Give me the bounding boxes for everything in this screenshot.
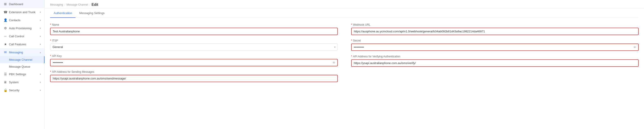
webhook-url-field: * Webhook URL: [351, 23, 639, 35]
breadcrumb-sep-2: /: [90, 3, 90, 6]
chevron-down-icon: ▾: [40, 19, 41, 21]
dashboard-icon: ⊞: [4, 2, 7, 6]
api-key-wrapper: 👁: [50, 59, 338, 66]
sidebar-item-label: Security: [9, 89, 20, 92]
secret-label: * Secret: [351, 39, 639, 42]
form-content: Authentication Messaging Settings * Name: [45, 9, 644, 129]
sidebar-item-label: Auto Provisioning: [9, 26, 32, 30]
tab-messaging-settings[interactable]: Messaging Settings: [76, 9, 108, 18]
sidebar-subitem-label: Message Channel: [9, 58, 32, 61]
page-title: Edit: [92, 3, 98, 7]
sidebar-item-label: System: [9, 81, 18, 84]
required-indicator: *: [351, 23, 352, 26]
system-icon: 🖥: [4, 80, 7, 84]
sidebar-item-pbx-settings[interactable]: ☰ PBX Settings ▾: [0, 70, 44, 78]
api-address-send-field: * API Address for Sending Messages: [50, 70, 338, 82]
tab-authentication[interactable]: Authentication: [50, 9, 76, 18]
itsp-label: * ITSP: [50, 39, 338, 42]
name-label: * Name: [50, 23, 338, 26]
sidebar-item-auto-provisioning[interactable]: ⚙ Auto Provisioning ▾: [0, 24, 44, 32]
chevron-down-icon: ▾: [40, 27, 41, 29]
sidebar-item-system[interactable]: 🖥 System ▾: [0, 78, 44, 86]
form-grid: * Name * ITSP General: [50, 23, 639, 86]
form-right-column: * Webhook URL * Secret 👁: [351, 23, 639, 86]
toggle-password-icon[interactable]: 👁: [332, 61, 336, 64]
chevron-down-icon: ▾: [40, 73, 41, 75]
toggle-secret-icon[interactable]: 👁: [633, 45, 636, 49]
webhook-url-input[interactable]: [351, 28, 639, 35]
api-address-send-label: * API Address for Sending Messages: [50, 70, 338, 73]
webhook-url-label: * Webhook URL: [351, 23, 639, 26]
sidebar-item-call-control[interactable]: ↔ Call Control ▾: [0, 32, 44, 40]
form-left-column: * Name * ITSP General: [50, 23, 338, 86]
chevron-down-icon: ▾: [40, 43, 41, 45]
api-address-verify-label: * API Address for Verifying Authenticati…: [351, 55, 639, 58]
secret-wrapper: 👁: [351, 43, 639, 51]
itsp-select-wrapper: General: [50, 43, 338, 50]
security-icon: 🔒: [4, 88, 7, 92]
chevron-down-icon: ▾: [40, 81, 41, 84]
required-indicator: *: [351, 39, 352, 42]
breadcrumb: Messaging / Message Channel / Edit: [45, 0, 644, 9]
sidebar-item-contacts[interactable]: 👤 Contacts ▾: [0, 16, 44, 24]
secret-field: * Secret 👁: [351, 39, 639, 51]
pbx-settings-icon: ☰: [4, 72, 7, 76]
sidebar-item-extension-trunk[interactable]: ☎ Extension and Trunk ▾: [0, 8, 44, 16]
sidebar-item-label: Extension and Trunk: [9, 10, 36, 14]
name-input[interactable]: [50, 28, 338, 35]
auto-provisioning-icon: ⚙: [4, 26, 7, 30]
chevron-down-icon: ▾: [40, 89, 41, 92]
sidebar-item-message-queue[interactable]: Message Queue: [0, 63, 44, 70]
name-field: * Name: [50, 23, 338, 35]
required-indicator: *: [351, 55, 352, 58]
breadcrumb-message-channel[interactable]: Message Channel: [66, 3, 88, 6]
tab-bar: Authentication Messaging Settings: [50, 9, 639, 18]
api-address-verify-input[interactable]: [351, 59, 639, 67]
chevron-up-icon: ▴: [40, 51, 41, 54]
breadcrumb-sep-1: /: [64, 3, 65, 6]
sidebar-item-label: Dashboard: [9, 2, 23, 6]
sidebar: ⊞ Dashboard ☎ Extension and Trunk ▾ 👤 Co…: [0, 0, 45, 129]
sidebar-item-label: PBX Settings: [9, 73, 26, 76]
contacts-icon: 👤: [4, 18, 7, 22]
sidebar-item-message-channel[interactable]: Message Channel: [0, 56, 44, 63]
sidebar-item-call-features[interactable]: ★ Call Features ▾: [0, 40, 44, 48]
chevron-down-icon: ▾: [40, 11, 41, 13]
call-features-icon: ★: [4, 42, 7, 46]
required-indicator: *: [50, 23, 51, 26]
sidebar-item-messaging[interactable]: ✉ Messaging ▴: [0, 48, 44, 56]
sidebar-item-label: Call Features: [9, 43, 26, 46]
sidebar-item-security[interactable]: 🔒 Security ▾: [0, 86, 44, 94]
chevron-down-icon: ▾: [40, 35, 41, 37]
itsp-field: * ITSP General: [50, 39, 338, 50]
api-key-field: * API Key 👁: [50, 54, 338, 66]
required-indicator: *: [50, 54, 51, 58]
call-control-icon: ↔: [4, 34, 7, 38]
itsp-select[interactable]: General: [50, 43, 338, 50]
sidebar-item-dashboard[interactable]: ⊞ Dashboard: [0, 0, 44, 8]
sidebar-item-label: Call Control: [9, 35, 24, 38]
extension-icon: ☎: [4, 10, 7, 14]
required-indicator: *: [50, 70, 51, 73]
api-key-label: * API Key: [50, 54, 338, 58]
api-address-send-input[interactable]: [50, 75, 338, 82]
main-content: Messaging / Message Channel / Edit Authe…: [45, 0, 644, 129]
messaging-icon: ✉: [4, 50, 7, 54]
secret-input[interactable]: [351, 43, 639, 51]
sidebar-subitem-label: Message Queue: [9, 65, 30, 68]
sidebar-item-label: Contacts: [9, 18, 20, 22]
breadcrumb-messaging[interactable]: Messaging: [50, 3, 63, 6]
api-key-input[interactable]: [50, 59, 338, 66]
sidebar-item-label: Messaging: [9, 51, 23, 54]
required-indicator: *: [50, 39, 51, 42]
api-address-verify-field: * API Address for Verifying Authenticati…: [351, 55, 639, 67]
